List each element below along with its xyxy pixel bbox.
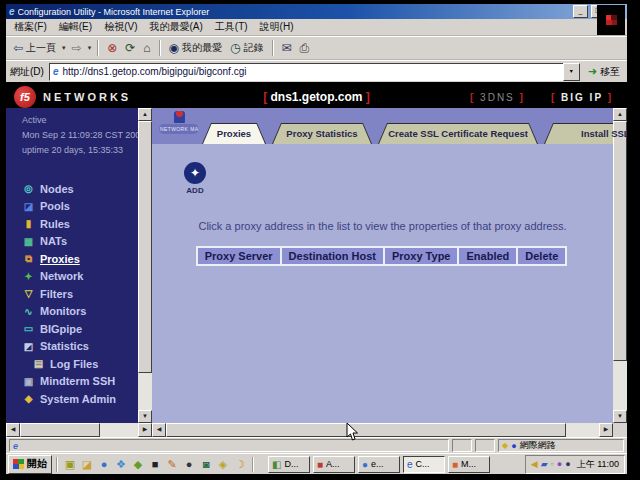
quick-launch-icon-quick-6[interactable]: ■ — [147, 456, 163, 472]
quick-launch-icon-quick-5[interactable]: ◆ — [130, 456, 146, 472]
quick-launch-icon-quick-1[interactable]: ▣ — [62, 456, 78, 472]
network-map-icon — [174, 111, 185, 123]
network-map-button[interactable]: NETWORK MAP — [159, 111, 199, 134]
sidebar-item-bigpipe[interactable]: ▭ BIGpipe — [22, 320, 138, 338]
task-button-label: D... — [284, 459, 298, 469]
scroll-up-arrow[interactable]: ▲ — [613, 108, 627, 121]
sidebar-item-system-admin[interactable]: ◈ System Admin — [22, 390, 138, 408]
minimize-button[interactable]: _ — [573, 5, 588, 18]
main-vertical-scrollbar[interactable]: ▲ ▼ — [613, 108, 627, 423]
sidebar-item-proxies[interactable]: ⧉ Proxies — [22, 250, 138, 268]
proxies-page: ✦ ADD Click a proxy address in the list … — [152, 144, 613, 423]
menu-item[interactable]: 我的最愛(A) — [149, 20, 202, 34]
sidebar-item-nats[interactable]: ▦ NATs — [22, 233, 138, 251]
address-dropdown[interactable]: ▾ — [563, 63, 580, 81]
tray-icon-tray-4[interactable]: ● — [557, 460, 562, 469]
sidebar-item-filters[interactable]: ▽ Filters — [22, 285, 138, 303]
quick-launch-icon-quick-4[interactable]: ❖ — [113, 456, 129, 472]
scrollbar-thumb[interactable] — [138, 121, 152, 373]
menu-item[interactable]: 檔案(F) — [14, 20, 47, 34]
task-button-label: C... — [416, 459, 430, 469]
table-header-cell: Proxy Type — [383, 246, 460, 266]
home-button[interactable]: ⌂ — [140, 41, 153, 55]
start-button[interactable]: 開始 — [8, 455, 52, 474]
scroll-down-arrow[interactable]: ▼ — [138, 410, 152, 423]
stop-icon: ⊗ — [107, 42, 117, 54]
internet-globe-icon: ● — [511, 441, 516, 451]
forward-dropdown[interactable]: ▾ — [87, 44, 93, 52]
refresh-icon: ⟳ — [125, 42, 135, 54]
sidebar-item-icon: ⧉ — [22, 253, 35, 265]
sidebar-item-rules[interactable]: ▮ Rules — [22, 215, 138, 233]
tray-icon-tray-2[interactable]: ▰ — [541, 460, 548, 469]
scroll-right-arrow[interactable]: ▶ — [138, 423, 152, 437]
forward-button[interactable]: ⇨ — [69, 41, 85, 55]
history-button[interactable]: ◷ 記錄 — [227, 40, 266, 56]
menu-bar: 檔案(F)編輯(E)檢視(V)我的最愛(A)工具(T)說明(H) — [6, 19, 627, 36]
stop-button[interactable]: ⊗ — [104, 41, 120, 55]
quick-launch-icon-quick-9[interactable]: ◙ — [198, 456, 214, 472]
proxy-table-header-row: Proxy ServerDestination HostProxy TypeEn… — [152, 246, 613, 266]
task-button-task-2[interactable]: ■ A... — [313, 456, 355, 473]
scroll-left-arrow[interactable]: ◀ — [6, 423, 20, 437]
security-zone-pane: ◆ ● 網際網路 — [498, 439, 624, 452]
back-dropdown[interactable]: ▾ — [61, 44, 67, 52]
tabs: Proxies Proxy Statistics Create SSL Cert… — [202, 123, 627, 144]
quick-launch-icon-quick-11[interactable]: ☽ — [232, 456, 248, 472]
link-3dns-label: 3DNS — [480, 92, 515, 103]
forward-icon: ⇨ — [72, 42, 82, 54]
scroll-left-arrow[interactable]: ◀ — [152, 423, 166, 437]
quick-launch-icon-quick-7[interactable]: ✎ — [164, 456, 180, 472]
system-uptime: uptime 20 days, 15:35:33 — [22, 143, 138, 158]
refresh-button[interactable]: ⟳ — [122, 41, 138, 55]
tray-icon-tray-1[interactable]: ◀ — [531, 460, 538, 469]
sidebar-horizontal-scrollbar[interactable]: ◀ ▶ — [6, 423, 152, 437]
task-button-task-4[interactable]: e C... — [403, 456, 445, 473]
quick-launch-icon-quick-2[interactable]: ◪ — [79, 456, 95, 472]
favorites-button[interactable]: ◉ 我的最愛 — [166, 40, 225, 56]
tab-create-ssl-certificate-request[interactable]: Create SSL Certificate Request — [378, 123, 538, 144]
tab-proxies[interactable]: Proxies — [202, 123, 266, 144]
sidebar-item-monitors[interactable]: ∿ Monitors — [22, 303, 138, 321]
back-button[interactable]: ⇦ 上一頁 — [10, 40, 59, 56]
address-input[interactable]: e http://dns1.getop.com/bigipgui/bigconf… — [49, 63, 577, 81]
go-button[interactable]: ➜ 移至 — [585, 65, 623, 79]
print-icon: ⎙ — [300, 42, 310, 54]
task-button-task-1[interactable]: ◧ D... — [268, 456, 310, 473]
sidebar-item-log-files[interactable]: ▤ Log Files — [22, 355, 138, 373]
quick-launch-icon-quick-8[interactable]: ● — [181, 456, 197, 472]
sidebar-item-label: Statistics — [40, 340, 89, 352]
f5-logo: f5 — [14, 86, 36, 108]
add-proxy-button[interactable]: ✦ ADD — [172, 162, 218, 195]
sidebar-item-mindterm-ssh[interactable]: ▣ Mindterm SSH — [22, 373, 138, 391]
sidebar-item-pools[interactable]: ◪ Pools — [22, 198, 138, 216]
task-button-task-5[interactable]: ■ M... — [448, 456, 490, 473]
network-map-label: NETWORK MAP — [159, 124, 199, 134]
quick-launch-icon-quick-10[interactable]: ◈ — [215, 456, 231, 472]
tray-icon-tray-3[interactable]: ▫ — [551, 460, 554, 469]
quick-launch-icon-quick-3[interactable]: ● — [96, 456, 112, 472]
scrollbar-thumb[interactable] — [166, 423, 566, 437]
mail-icon: ✉ — [282, 42, 292, 54]
tray-icon-tray-5[interactable]: ● — [565, 460, 570, 469]
main-horizontal-scrollbar[interactable]: ◀ ▶ — [152, 423, 613, 437]
hostname-display: [ dns1.getop.com ] — [263, 90, 370, 104]
scrollbar-thumb[interactable] — [613, 121, 627, 361]
menu-item[interactable]: 編輯(E) — [59, 20, 92, 34]
menu-item[interactable]: 工具(T) — [215, 20, 248, 34]
scrollbar-thumb[interactable] — [20, 423, 100, 437]
tab-proxy-statistics[interactable]: Proxy Statistics — [272, 123, 372, 144]
menu-item[interactable]: 說明(H) — [260, 20, 294, 34]
print-button[interactable]: ⎙ — [297, 41, 313, 55]
scroll-right-arrow[interactable]: ▶ — [599, 423, 613, 437]
sidebar-item-statistics[interactable]: ◩ Statistics — [22, 338, 138, 356]
scroll-up-arrow[interactable]: ▲ — [138, 108, 152, 121]
sidebar-item-nodes[interactable]: ◎ Nodes — [22, 180, 138, 198]
task-button-task-3[interactable]: ● e... — [358, 456, 400, 473]
sidebar-vertical-scrollbar[interactable]: ▲ ▼ — [138, 108, 152, 423]
menu-item[interactable]: 檢視(V) — [104, 20, 137, 34]
go-arrow-icon: ➜ — [588, 65, 597, 78]
sidebar-item-network[interactable]: ✦ Network — [22, 268, 138, 286]
mail-button[interactable]: ✉ — [279, 41, 295, 55]
scroll-down-arrow[interactable]: ▼ — [613, 410, 627, 423]
